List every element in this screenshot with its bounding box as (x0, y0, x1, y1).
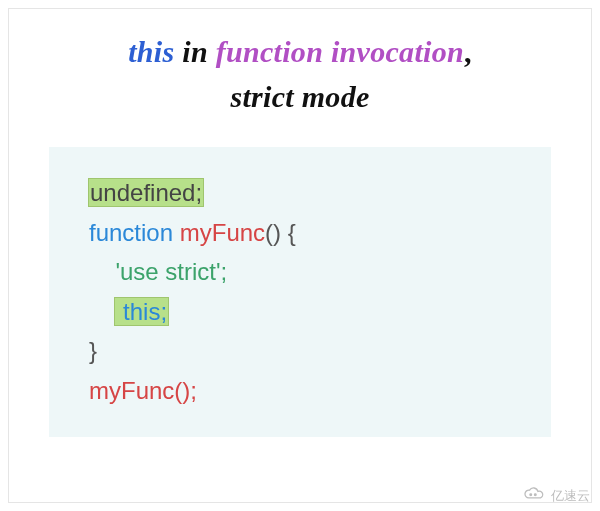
function-call: myFunc(); (89, 377, 197, 404)
title-comma: , (464, 35, 472, 68)
parens: () (265, 219, 281, 246)
highlight-this: this; (115, 298, 168, 325)
keyword-function: function (89, 219, 173, 246)
highlight-undefined: undefined; (89, 179, 203, 206)
title-word-strict: strict mode (230, 80, 369, 113)
function-name: myFunc (180, 219, 265, 246)
cloud-icon (521, 486, 547, 505)
code-line-4: this; (89, 292, 531, 332)
code-line-3: 'use strict'; (89, 252, 531, 292)
watermark-text: 亿速云 (551, 487, 590, 505)
title-word-in: in (182, 35, 208, 68)
code-line-6: myFunc(); (89, 371, 531, 411)
code-block: undefined; function myFunc() { 'use stri… (49, 147, 551, 437)
title-word-this: this (128, 35, 174, 68)
code-line-1: undefined; (89, 173, 531, 213)
document-card: this in function invocation, strict mode… (8, 8, 592, 503)
code-line-2: function myFunc() { (89, 213, 531, 253)
svg-point-1 (534, 494, 536, 496)
keyword-this: this; (123, 298, 167, 325)
code-line-5: } (89, 331, 531, 371)
brace-close: } (89, 337, 97, 364)
watermark: 亿速云 (521, 486, 590, 505)
title-word-func: function invocation (216, 35, 464, 68)
page-title: this in function invocation, strict mode (9, 29, 591, 119)
brace-open: { (288, 219, 296, 246)
svg-point-0 (530, 494, 532, 496)
string-use-strict: 'use strict'; (115, 258, 227, 285)
